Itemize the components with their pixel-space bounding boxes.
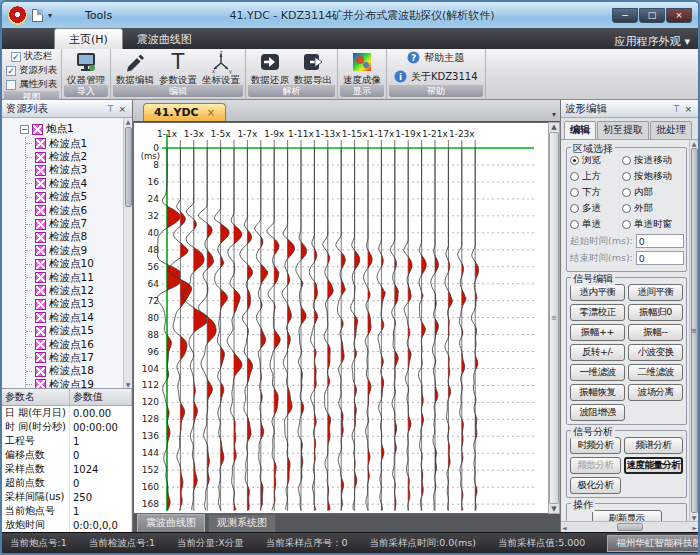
button-一维滤波[interactable]: 一维滤波 xyxy=(570,364,625,381)
close-icon[interactable]: × xyxy=(682,104,694,114)
radio-多道[interactable]: 多道 xyxy=(570,202,620,215)
checkbox-icon[interactable]: ✓ xyxy=(6,66,16,76)
tree-item-检波点10[interactable]: 检波点10 xyxy=(26,258,122,271)
minimize-button[interactable]: − xyxy=(612,8,638,23)
about-button[interactable]: i 关于KDZ3114 xyxy=(394,70,478,85)
radio-icon[interactable] xyxy=(570,156,579,165)
document-tab[interactable]: 41.YDC × xyxy=(143,103,226,121)
scroll-left-icon[interactable]: ◄ xyxy=(562,524,567,531)
tree-item-检波点3[interactable]: 检波点3 xyxy=(26,164,122,177)
tree-item-检波点18[interactable]: 检波点18 xyxy=(26,365,122,378)
tab-close-icon[interactable]: × xyxy=(207,107,215,118)
maximize-button[interactable]: □ xyxy=(639,8,665,23)
instrument-manage-button[interactable]: 仪器管理 xyxy=(65,51,107,85)
button-二维滤波[interactable]: 二维滤波 xyxy=(628,364,683,381)
button-波场分离[interactable]: 波场分离 xyxy=(628,384,683,401)
radio-icon[interactable] xyxy=(622,156,631,165)
data-restore-button[interactable]: 数据还原 xyxy=(249,51,291,85)
panel-vertical-scrollbar[interactable]: ▲ ≡ ▼ xyxy=(689,140,698,521)
scroll-down-icon[interactable]: ▼ xyxy=(692,514,697,521)
radio-icon[interactable] xyxy=(570,172,579,181)
radio-icon[interactable] xyxy=(570,220,579,229)
tree-item-检波点11[interactable]: 检波点11 xyxy=(26,271,122,284)
scrollbar-thumb[interactable]: ≡ xyxy=(691,148,698,513)
tree-item-检波点17[interactable]: 检波点17 xyxy=(26,351,122,364)
close-button[interactable]: × xyxy=(666,8,692,23)
button-频谱分析[interactable]: 频谱分析 xyxy=(624,437,683,454)
tree-item-检波点6[interactable]: 检波点6 xyxy=(26,204,122,217)
tree-item-检波点19[interactable]: 检波点19 xyxy=(26,378,122,388)
button-振幅++[interactable]: 振幅++ xyxy=(570,324,625,341)
tree-scrollbar[interactable]: ▲ ▼ xyxy=(123,118,132,388)
quick-access-caret-icon[interactable]: ▾ xyxy=(48,11,52,20)
param-settings-button[interactable]: T参数设置 xyxy=(157,51,199,85)
radio-icon[interactable] xyxy=(622,204,631,213)
radio-icon[interactable] xyxy=(622,172,631,181)
button-振幅归0[interactable]: 振幅归0 xyxy=(628,304,683,321)
tree-item-检波点8[interactable]: 检波点8 xyxy=(26,231,122,244)
tab-wave-curve[interactable]: 震波曲线图 xyxy=(123,29,206,49)
chart-vertical-scrollbar[interactable]: ▲ ≡ ▼ xyxy=(548,122,560,514)
button-道间平衡[interactable]: 道间平衡 xyxy=(628,284,683,301)
panel-horizontal-scrollbar[interactable]: ◄ ► xyxy=(561,521,698,532)
scroll-right-icon[interactable]: ► xyxy=(692,524,697,531)
tree-item-检波点1[interactable]: 检波点1 xyxy=(26,137,122,150)
radio-单道时窗[interactable]: 单道时窗 xyxy=(622,218,683,231)
button-速度能量分析[interactable]: 速度能量分析 xyxy=(624,457,683,474)
wave-tab-批处理[interactable]: 批处理 xyxy=(650,121,692,139)
tree-item-检波点12[interactable]: 检波点12 xyxy=(26,284,122,297)
document-icon[interactable] xyxy=(32,9,43,22)
scrollbar-thumb[interactable] xyxy=(617,523,643,531)
pin-icon[interactable]: ⊤ xyxy=(671,104,683,114)
tree-item-检波点7[interactable]: 检波点7 xyxy=(26,217,122,230)
wave-tab-编辑[interactable]: 编辑 xyxy=(564,121,596,139)
tree-item-检波点4[interactable]: 检波点4 xyxy=(26,177,122,190)
button-波阻增强[interactable]: 波阻增强 xyxy=(570,404,625,421)
button-零漂校正[interactable]: 零漂校正 xyxy=(570,304,625,321)
tree-item-检波点2[interactable]: 检波点2 xyxy=(26,150,122,163)
scroll-up-icon[interactable]: ▲ xyxy=(692,140,697,147)
radio-按道移动[interactable]: 按道移动 xyxy=(622,154,683,167)
scrollbar-thumb[interactable]: ≡ xyxy=(549,132,559,504)
tree-item-检波点9[interactable]: 检波点9 xyxy=(26,244,122,257)
scrollbar-thumb[interactable] xyxy=(125,127,132,207)
tree-item-检波点16[interactable]: 检波点16 xyxy=(26,338,122,351)
close-icon[interactable]: × xyxy=(116,104,128,114)
checkbox-icon[interactable] xyxy=(6,80,16,90)
coord-settings-button[interactable]: zxy坐标设置 xyxy=(200,51,242,85)
button-时频分析[interactable]: 时频分析 xyxy=(570,437,621,454)
button-振幅--[interactable]: 振幅-- xyxy=(628,324,683,341)
radio-内部[interactable]: 内部 xyxy=(622,186,683,199)
view-tab-观测系统图[interactable]: 观测系统图 xyxy=(208,514,276,533)
button-道内平衡[interactable]: 道内平衡 xyxy=(570,284,625,301)
view-checkbox-状态栏[interactable]: ✓状态栏 xyxy=(11,50,53,63)
help-topics-button[interactable]: ? 帮助主题 xyxy=(407,51,464,66)
button-反转+/-[interactable]: 反转+/- xyxy=(570,344,625,361)
radio-下方[interactable]: 下方 xyxy=(570,186,620,199)
scroll-up-icon[interactable]: ▲ xyxy=(551,123,556,131)
checkbox-icon[interactable]: ✓ xyxy=(11,52,21,62)
tree-item-检波点14[interactable]: 检波点14 xyxy=(26,311,122,324)
view-checkbox-属性列表[interactable]: 属性列表 xyxy=(6,78,57,91)
radio-icon[interactable] xyxy=(570,204,579,213)
radio-外部[interactable]: 外部 xyxy=(622,202,683,215)
radio-icon[interactable] xyxy=(622,220,631,229)
tree-item-检波点13[interactable]: 检波点13 xyxy=(26,298,122,311)
app-appearance-menu[interactable]: 应用程序外观 ▾ xyxy=(614,34,698,49)
start-time-input[interactable] xyxy=(636,234,684,248)
tab-home[interactable]: 主页(H) xyxy=(54,28,123,49)
button-振幅恢复[interactable]: 振幅恢复 xyxy=(570,384,625,401)
tools-menu[interactable]: Tools xyxy=(85,9,112,22)
scroll-down-icon[interactable]: ▼ xyxy=(551,505,556,513)
tree-root-shot-point[interactable]: − 炮点1 xyxy=(12,121,122,137)
tree-item-检波点15[interactable]: 检波点15 xyxy=(26,324,122,337)
velocity-imaging-button[interactable]: 速度成像 xyxy=(341,51,383,85)
tab-list-caret-icon[interactable]: ▾ xyxy=(552,110,560,121)
pin-icon[interactable]: ⊤ xyxy=(105,104,117,114)
tree-item-检波点5[interactable]: 检波点5 xyxy=(26,191,122,204)
end-time-input[interactable] xyxy=(636,251,684,265)
radio-icon[interactable] xyxy=(570,188,579,197)
radio-icon[interactable] xyxy=(622,188,631,197)
seismic-wave-plot[interactable]: 0816243240485664728088961041121201281361… xyxy=(133,122,548,514)
tree-expander-icon[interactable]: − xyxy=(20,125,29,134)
